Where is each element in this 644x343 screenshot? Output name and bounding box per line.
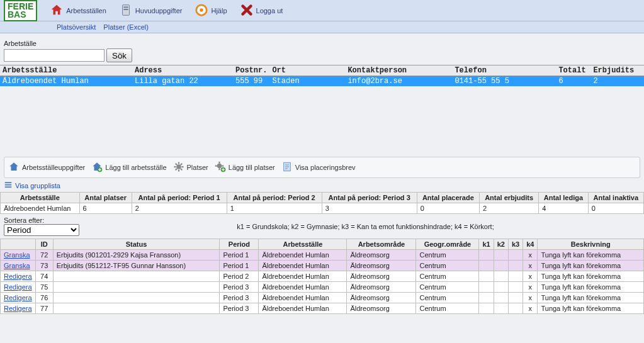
row-place: Äldreboendet Humlan [259,261,347,271]
svg-rect-1 [123,6,128,8]
row-k2 [494,261,508,271]
row-id: 76 [35,293,53,303]
row-status [53,271,220,282]
tool-info[interactable]: Arbetsställeuppgifter [8,161,85,174]
row-action-link[interactable]: Granska [4,251,30,259]
tool-add-workplace[interactable]: Lägg till arbetsställe [91,161,166,174]
row-period: Period 3 [220,282,259,293]
row-area: Äldreomsorg [347,293,416,303]
row-geo: Centrum [416,261,479,271]
svg-rect-12 [5,186,12,188]
dh-geo[interactable]: Geogr.område [416,239,479,250]
wp-h-off[interactable]: Erbjudits [590,65,644,76]
wp-h-city[interactable]: Ort [269,65,345,76]
row-descr: Tunga lyft kan förekomma [538,271,644,282]
row-period: Period 3 [220,293,259,303]
wp-h-phone[interactable]: Telefon [452,65,556,76]
nav-arbetsstallen-label: Arbetsställen [66,7,106,14]
row-geo: Centrum [416,282,479,293]
search-input[interactable] [4,49,105,62]
row-k4: x [523,282,538,293]
wp-h-name[interactable]: Arbetsställe [0,65,132,76]
row-action-link[interactable]: Redigera [4,294,32,301]
row-descr: Tunga lyft kan förekomma [538,303,644,314]
nav-huvuduppgifter[interactable]: Huvuduppgifter [116,2,185,20]
wp-h-contact[interactable]: Kontaktperson [345,65,452,76]
row-descr: Tunga lyft kan förekomma [538,293,644,303]
dh-place[interactable]: Arbetsställe [259,239,347,250]
tool-add-platser[interactable]: Lägg till platser [215,161,275,174]
tool-info-label: Arbetsställeuppgifter [22,164,85,171]
row-k2 [494,293,508,303]
table-row: Granska72Erbjudits (901201-2929 Kajsa Fr… [1,250,644,261]
sort-select[interactable]: Period [4,224,79,236]
svg-rect-2 [123,9,128,10]
row-k4: x [523,261,538,271]
wp-total: 6 [556,76,590,87]
nav-arbetsstallen[interactable]: Arbetsställen [47,2,109,20]
nav-help[interactable]: Hjälp [192,2,229,20]
row-action-link[interactable]: Redigera [4,283,32,291]
sh7: Antal erbjudits [480,193,539,203]
row-k4: x [523,303,538,314]
tool-platser[interactable]: Platser [173,161,208,174]
dh-area[interactable]: Arbetsområde [347,239,416,250]
dh-id[interactable]: ID [35,239,53,250]
row-k1 [479,261,494,271]
sh5: Antal på period: Period 3 [322,193,417,203]
table-row: Redigera75Period 3Äldreboendet HumlanÄld… [1,282,644,293]
nav-logout[interactable]: Logga ut [237,2,286,20]
sh2: Antal platser [79,193,132,203]
row-area: Äldreomsorg [347,261,416,271]
search-label: Arbetställe [4,40,640,47]
visa-grupplista[interactable]: Visa grupplista [0,179,644,192]
nav-help-label: Hjälp [211,7,227,14]
wp-h-total[interactable]: Totalt [556,65,590,76]
dh-k4[interactable]: k4 [523,239,538,250]
workplace-row[interactable]: Äldreboendet Humlan Lilla gatan 22 555 9… [0,76,644,87]
row-id: 73 [35,261,53,271]
sr9: 0 [588,203,643,214]
tool-add-platser-label: Lägg till platser [229,164,275,171]
row-area: Äldreomsorg [347,282,416,293]
row-geo: Centrum [416,250,479,261]
svg-point-4 [200,8,204,12]
row-k2 [494,250,508,261]
sh4: Antal på period: Period 2 [227,193,322,203]
row-k3 [508,303,523,314]
row-place: Äldreboendet Humlan [259,282,347,293]
tool-show-letter[interactable]: Visa placeringsbrev [281,161,356,174]
dh-status[interactable]: Status [53,239,220,250]
row-k3 [508,282,523,293]
dh-period[interactable]: Period [220,239,259,250]
search-button[interactable]: Sök [106,48,132,62]
row-area: Äldreomsorg [347,271,416,282]
dh-descr[interactable]: Beskrivning [538,239,644,250]
row-k4: x [523,293,538,303]
row-action-link[interactable]: Redigera [4,273,32,280]
row-status [53,303,220,314]
row-k4: x [523,250,538,261]
wp-h-post[interactable]: Postnr. [233,65,269,76]
subnav-platsoversikt[interactable]: Platsöversikt [57,23,96,31]
tool-show-letter-label: Visa placeringsbrev [295,164,356,171]
wp-name: Äldreboendet Humlan [0,76,132,87]
dh-k3[interactable]: k3 [508,239,523,250]
sh8: Antal lediga [539,193,588,203]
row-id: 72 [35,250,53,261]
wp-contact: info@2bra.se [345,76,452,87]
dh-k2[interactable]: k2 [494,239,508,250]
row-period: Period 1 [220,250,259,261]
dh-k1[interactable]: k1 [479,239,494,250]
nav-logout-label: Logga ut [256,7,283,14]
sort-box: Sortera efter: Period [4,216,79,236]
sh6: Antal placerade [417,193,479,203]
list-icon [4,181,13,191]
row-k1 [479,303,494,314]
subnav-platser-excel[interactable]: Platser (Excel) [103,23,149,31]
wp-phone: 0141-55 55 5 [452,76,556,87]
wp-h-addr[interactable]: Adress [132,65,233,76]
row-action-link[interactable]: Granska [4,262,30,269]
workplace-grid-header: Arbetsställe Adress Postnr. Ort Kontaktp… [0,65,644,76]
row-action-link[interactable]: Redigera [4,305,32,312]
